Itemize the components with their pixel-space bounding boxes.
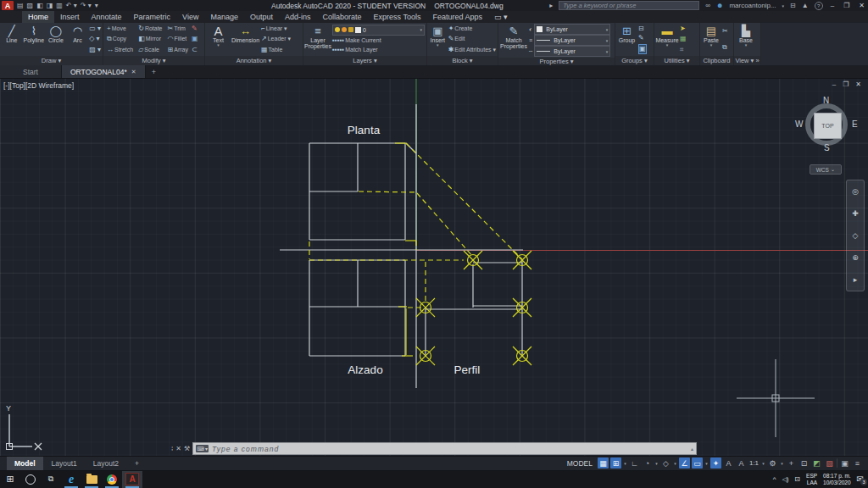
groups-mini-0[interactable]: ⊟ bbox=[638, 25, 647, 33]
zoom-icon[interactable]: ◇ bbox=[853, 231, 859, 240]
bylayer-dropdown-2[interactable]: ByLayer▾ bbox=[534, 46, 610, 57]
ribbon-tab-view[interactable]: View bbox=[176, 11, 204, 23]
orbit-icon[interactable]: ⊕ bbox=[852, 253, 859, 262]
construction-dashed-line[interactable] bbox=[417, 193, 473, 257]
annoscale-icon[interactable]: A bbox=[736, 458, 747, 469]
new-file-icon[interactable]: ▤ bbox=[17, 1, 24, 10]
notification-icon[interactable]: ✉3 bbox=[857, 474, 864, 484]
plot-icon[interactable]: ▥ bbox=[56, 1, 63, 10]
layout-tab-[interactable]: + bbox=[127, 456, 147, 470]
undo-icon[interactable]: ↶ ▾ bbox=[66, 1, 77, 10]
showmotion-icon[interactable]: ▸ bbox=[854, 275, 858, 284]
command-input[interactable]: ⌨▾ Type a command ▴ bbox=[192, 442, 697, 455]
clipboard-panel-label[interactable]: Clipboard bbox=[700, 56, 733, 65]
polar-caret[interactable]: ▾ bbox=[654, 458, 659, 469]
chrome-button[interactable] bbox=[102, 470, 122, 488]
leader-button[interactable]: ↗Leader ▾ bbox=[261, 35, 291, 43]
mirror-button[interactable]: ◧Mirror bbox=[138, 35, 162, 43]
command-close-icon[interactable]: ✕ bbox=[175, 445, 181, 452]
command-recent-icon[interactable]: ⌨▾ bbox=[196, 445, 209, 452]
modify-mini-2[interactable]: ⊂ bbox=[192, 46, 198, 54]
autocad-taskbar-button[interactable]: A bbox=[122, 470, 142, 488]
model-space-label[interactable]: MODEL bbox=[567, 459, 593, 468]
viewcube-top-face[interactable]: TOP bbox=[814, 113, 842, 139]
base-button[interactable]: ▙ Base▾ bbox=[736, 24, 756, 55]
circle-button[interactable]: ◯Circle bbox=[46, 24, 66, 55]
view-panel-label[interactable]: View ▾ » bbox=[734, 56, 760, 65]
trusted-icon[interactable]: ▨ bbox=[824, 458, 835, 469]
groups-mini-1[interactable]: ✎ bbox=[638, 34, 647, 42]
layout-tab-model[interactable]: Model bbox=[7, 456, 43, 470]
snap-icon[interactable]: ⊞ bbox=[610, 458, 621, 469]
make-current-button[interactable]: ▪▪▪▪▪Make Current bbox=[332, 36, 425, 45]
properties-mini-0[interactable]: ◐ bbox=[529, 25, 532, 34]
properties-mini-1[interactable]: ≡ bbox=[529, 36, 532, 45]
utilities-mini-1[interactable]: ▦ bbox=[680, 35, 687, 43]
scale-button[interactable]: ▱Scale bbox=[138, 46, 162, 54]
help-icon[interactable]: ? bbox=[815, 2, 823, 10]
autoscale-icon[interactable]: A bbox=[723, 458, 734, 469]
line-button[interactable]: ╱Line bbox=[2, 24, 22, 55]
open-folder-icon[interactable]: ▨ bbox=[27, 1, 34, 10]
ortho-icon[interactable]: ∟ bbox=[629, 458, 640, 469]
ribbon-tab-collaborate[interactable]: Collaborate bbox=[317, 11, 368, 23]
pan-icon[interactable]: ✚ bbox=[852, 209, 859, 218]
ribbon-tab-output[interactable]: Output bbox=[244, 11, 279, 23]
volume-icon[interactable]: ◁) bbox=[782, 476, 789, 483]
stretch-button[interactable]: ↔Stretch bbox=[107, 46, 133, 54]
osnap-tracking-icon[interactable]: ∠ bbox=[679, 458, 690, 469]
osnap-icon[interactable]: ▭ bbox=[692, 458, 703, 469]
file-tab-start[interactable]: Start bbox=[0, 65, 62, 78]
modify-mini-0[interactable]: ✎ bbox=[192, 25, 198, 33]
command-tools-icon[interactable]: ⚒ bbox=[184, 445, 190, 452]
file-tab-document[interactable]: ORTOGONAL04* ✕ bbox=[62, 65, 146, 78]
groups-mini-2[interactable]: ▣ bbox=[638, 44, 647, 54]
draw-mini-2[interactable]: ▨ ▾ bbox=[89, 46, 101, 54]
cortana-button[interactable] bbox=[20, 470, 41, 488]
command-grip-icon[interactable]: ⁞ bbox=[171, 445, 173, 452]
customize-icon[interactable]: ▾ bbox=[95, 1, 98, 10]
table-button[interactable]: ▦Table bbox=[261, 46, 291, 54]
gear-caret[interactable]: ▾ bbox=[780, 458, 784, 469]
viewcube-east[interactable]: E bbox=[852, 119, 858, 129]
file-explorer-button[interactable] bbox=[81, 470, 102, 488]
menu-icon[interactable]: ≡ bbox=[852, 458, 863, 469]
polar-icon[interactable]: ◔ bbox=[642, 458, 653, 469]
viewport-restore-icon[interactable]: ❐ bbox=[843, 80, 849, 88]
start-button[interactable]: ⊞ bbox=[0, 470, 20, 488]
bylayer-dropdown-1[interactable]: ByLayer▾ bbox=[534, 35, 610, 46]
layout-tab-layout1[interactable]: Layout1 bbox=[44, 456, 85, 470]
close-button[interactable]: ✕ bbox=[857, 2, 866, 9]
draw-panel-label[interactable]: Draw ▾ bbox=[0, 56, 103, 65]
paste-button[interactable]: ▤ Paste▾ bbox=[702, 24, 721, 55]
new-tab-button[interactable]: + bbox=[146, 65, 162, 78]
scale-caret[interactable]: ▾ bbox=[761, 458, 765, 469]
utilities-mini-2[interactable]: ⌗ bbox=[680, 46, 687, 54]
workspace-icon[interactable]: ◩ bbox=[811, 458, 822, 469]
insert-button[interactable]: ▣ Insert▾ bbox=[429, 24, 447, 55]
construction-dashed-line[interactable] bbox=[406, 143, 522, 259]
properties-panel-label[interactable]: Properties ▾ bbox=[498, 58, 615, 65]
measure-button[interactable]: ▬ Measure▾ bbox=[656, 24, 678, 55]
utilities-panel-label[interactable]: Utilities ▾ bbox=[654, 56, 699, 65]
clipboard-mini-1[interactable]: ⧉ bbox=[722, 43, 728, 52]
arc-button[interactable]: ◠Arc bbox=[68, 24, 88, 55]
group-button[interactable]: ⊞ Group bbox=[617, 24, 637, 55]
minimize-button[interactable]: – bbox=[829, 2, 836, 9]
search-icon[interactable]: ∞ bbox=[705, 2, 710, 9]
save-icon[interactable]: ◧ bbox=[36, 1, 43, 10]
ribbon-tab-insert[interactable]: Insert bbox=[54, 11, 86, 23]
match-layer-button[interactable]: ▪▪▪▪▪Match Layer bbox=[332, 46, 425, 54]
settings-gear-icon[interactable]: ⚙ bbox=[767, 458, 778, 469]
display-icon[interactable]: ⊡ bbox=[794, 475, 800, 483]
clock[interactable]: 08:17 p. m.10/03/2020 bbox=[823, 473, 851, 486]
polyline-button[interactable]: ⌇Polyline bbox=[24, 24, 45, 55]
tab-close-icon[interactable]: ✕ bbox=[131, 69, 136, 75]
ribbon-tab-home[interactable]: Home bbox=[22, 11, 54, 23]
language-indicator[interactable]: ESPLAA bbox=[806, 473, 817, 486]
ribbon-tab-annotate[interactable]: Annotate bbox=[86, 11, 128, 23]
layer-dropdown[interactable]: 0 ▾ bbox=[332, 25, 425, 36]
linear-button[interactable]: ⌐Linear ▾ bbox=[261, 25, 291, 33]
search-input[interactable]: Type a keyword or phrase bbox=[559, 1, 699, 10]
ribbon-tab-parametric[interactable]: Parametric bbox=[128, 11, 177, 23]
